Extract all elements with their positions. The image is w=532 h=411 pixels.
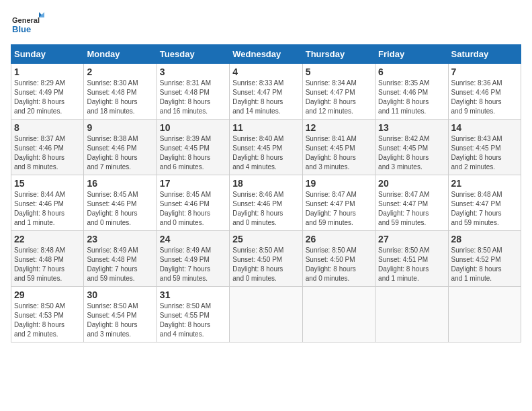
calendar-cell: 6Sunrise: 8:35 AMSunset: 4:46 PMDaylight… — [375, 64, 448, 120]
day-number: 9 — [87, 122, 153, 133]
day-info: Sunrise: 8:49 AMSunset: 4:49 PMDaylight:… — [160, 246, 226, 283]
day-info: Sunrise: 8:50 AMSunset: 4:55 PMDaylight:… — [160, 302, 226, 339]
calendar-week-1: 1Sunrise: 8:29 AMSunset: 4:49 PMDaylight… — [11, 64, 521, 120]
day-number: 31 — [160, 289, 226, 300]
day-number: 15 — [14, 178, 81, 189]
calendar-cell: 29Sunrise: 8:50 AMSunset: 4:53 PMDayligh… — [11, 287, 84, 342]
day-info: Sunrise: 8:29 AMSunset: 4:49 PMDaylight:… — [14, 79, 81, 116]
day-number: 23 — [87, 234, 153, 244]
day-number: 26 — [306, 234, 372, 244]
weekday-header-saturday: Saturday — [448, 45, 521, 64]
weekday-header-row: SundayMondayTuesdayWednesdayThursdayFrid… — [11, 45, 521, 64]
calendar-cell: 16Sunrise: 8:45 AMSunset: 4:46 PMDayligh… — [84, 175, 157, 231]
day-info: Sunrise: 8:45 AMSunset: 4:46 PMDaylight:… — [87, 190, 153, 228]
calendar-week-3: 15Sunrise: 8:44 AMSunset: 4:46 PMDayligh… — [11, 175, 521, 231]
day-info: Sunrise: 8:41 AMSunset: 4:45 PMDaylight:… — [306, 134, 372, 172]
day-number: 7 — [451, 66, 518, 77]
day-info: Sunrise: 8:35 AMSunset: 4:46 PMDaylight:… — [378, 79, 445, 116]
calendar-cell: 27Sunrise: 8:50 AMSunset: 4:51 PMDayligh… — [375, 231, 448, 287]
day-number: 5 — [306, 66, 372, 77]
day-info: Sunrise: 8:49 AMSunset: 4:48 PMDaylight:… — [87, 246, 153, 283]
calendar-week-4: 22Sunrise: 8:48 AMSunset: 4:48 PMDayligh… — [11, 231, 521, 287]
weekday-header-wednesday: Wednesday — [230, 45, 302, 64]
day-info: Sunrise: 8:50 AMSunset: 4:50 PMDaylight:… — [306, 246, 372, 283]
day-number: 19 — [306, 178, 372, 189]
calendar-cell: 22Sunrise: 8:48 AMSunset: 4:48 PMDayligh… — [11, 231, 84, 287]
calendar-cell — [230, 287, 302, 342]
calendar-cell: 4Sunrise: 8:33 AMSunset: 4:47 PMDaylight… — [230, 64, 302, 120]
day-number: 11 — [232, 122, 299, 133]
calendar-cell: 9Sunrise: 8:38 AMSunset: 4:46 PMDaylight… — [84, 120, 157, 175]
weekday-header-sunday: Sunday — [11, 45, 84, 64]
day-info: Sunrise: 8:44 AMSunset: 4:46 PMDaylight:… — [14, 190, 81, 228]
day-info: Sunrise: 8:43 AMSunset: 4:45 PMDaylight:… — [451, 134, 518, 172]
day-number: 25 — [232, 234, 299, 244]
calendar-cell: 30Sunrise: 8:50 AMSunset: 4:54 PMDayligh… — [84, 287, 157, 342]
calendar-cell: 19Sunrise: 8:47 AMSunset: 4:47 PMDayligh… — [302, 175, 375, 231]
day-number: 10 — [160, 122, 226, 133]
calendar-cell: 14Sunrise: 8:43 AMSunset: 4:45 PMDayligh… — [448, 120, 521, 175]
weekday-header-friday: Friday — [375, 45, 448, 64]
day-number: 3 — [160, 66, 226, 77]
day-info: Sunrise: 8:40 AMSunset: 4:45 PMDaylight:… — [232, 134, 299, 172]
day-info: Sunrise: 8:50 AMSunset: 4:50 PMDaylight:… — [232, 246, 299, 283]
day-number: 22 — [14, 234, 81, 244]
calendar-cell: 13Sunrise: 8:42 AMSunset: 4:45 PMDayligh… — [375, 120, 448, 175]
calendar-cell: 23Sunrise: 8:49 AMSunset: 4:48 PMDayligh… — [84, 231, 157, 287]
logo-container: General Blue — [11, 11, 44, 38]
day-info: Sunrise: 8:39 AMSunset: 4:45 PMDaylight:… — [160, 134, 226, 172]
svg-text:General: General — [12, 16, 40, 24]
calendar-cell: 7Sunrise: 8:36 AMSunset: 4:46 PMDaylight… — [448, 64, 521, 120]
calendar-week-2: 8Sunrise: 8:37 AMSunset: 4:46 PMDaylight… — [11, 120, 521, 175]
day-info: Sunrise: 8:34 AMSunset: 4:47 PMDaylight:… — [306, 79, 372, 116]
day-number: 29 — [14, 289, 81, 300]
day-number: 30 — [87, 289, 153, 300]
calendar-cell: 25Sunrise: 8:50 AMSunset: 4:50 PMDayligh… — [230, 231, 302, 287]
day-info: Sunrise: 8:47 AMSunset: 4:47 PMDaylight:… — [306, 190, 372, 228]
day-info: Sunrise: 8:50 AMSunset: 4:52 PMDaylight:… — [451, 246, 518, 283]
calendar-cell: 21Sunrise: 8:48 AMSunset: 4:47 PMDayligh… — [448, 175, 521, 231]
day-info: Sunrise: 8:30 AMSunset: 4:48 PMDaylight:… — [87, 79, 153, 116]
calendar-week-5: 29Sunrise: 8:50 AMSunset: 4:53 PMDayligh… — [11, 287, 521, 342]
calendar-cell: 8Sunrise: 8:37 AMSunset: 4:46 PMDaylight… — [11, 120, 84, 175]
day-number: 14 — [451, 122, 518, 133]
day-info: Sunrise: 8:48 AMSunset: 4:47 PMDaylight:… — [451, 190, 518, 228]
day-number: 8 — [14, 122, 81, 133]
weekday-header-thursday: Thursday — [302, 45, 375, 64]
day-info: Sunrise: 8:36 AMSunset: 4:46 PMDaylight:… — [451, 79, 518, 116]
day-number: 17 — [160, 178, 226, 189]
calendar-cell: 15Sunrise: 8:44 AMSunset: 4:46 PMDayligh… — [11, 175, 84, 231]
day-number: 28 — [451, 234, 518, 244]
page-header: General Blue — [11, 11, 521, 38]
day-info: Sunrise: 8:38 AMSunset: 4:46 PMDaylight:… — [87, 134, 153, 172]
weekday-header-monday: Monday — [84, 45, 157, 64]
day-info: Sunrise: 8:50 AMSunset: 4:54 PMDaylight:… — [87, 302, 153, 339]
calendar-cell: 31Sunrise: 8:50 AMSunset: 4:55 PMDayligh… — [157, 287, 229, 342]
calendar-cell: 10Sunrise: 8:39 AMSunset: 4:45 PMDayligh… — [157, 120, 229, 175]
calendar-cell: 24Sunrise: 8:49 AMSunset: 4:49 PMDayligh… — [157, 231, 229, 287]
day-number: 13 — [378, 122, 445, 133]
calendar-cell: 17Sunrise: 8:45 AMSunset: 4:46 PMDayligh… — [157, 175, 229, 231]
logo: General Blue — [11, 11, 44, 38]
day-number: 2 — [87, 66, 153, 77]
calendar-cell: 20Sunrise: 8:47 AMSunset: 4:47 PMDayligh… — [375, 175, 448, 231]
calendar-cell: 2Sunrise: 8:30 AMSunset: 4:48 PMDaylight… — [84, 64, 157, 120]
day-number: 12 — [306, 122, 372, 133]
svg-text:Blue: Blue — [12, 24, 31, 34]
day-info: Sunrise: 8:42 AMSunset: 4:45 PMDaylight:… — [378, 134, 445, 172]
day-info: Sunrise: 8:47 AMSunset: 4:47 PMDaylight:… — [378, 190, 445, 228]
day-info: Sunrise: 8:48 AMSunset: 4:48 PMDaylight:… — [14, 246, 81, 283]
day-info: Sunrise: 8:31 AMSunset: 4:48 PMDaylight:… — [160, 79, 226, 116]
calendar-cell: 26Sunrise: 8:50 AMSunset: 4:50 PMDayligh… — [302, 231, 375, 287]
calendar-cell: 1Sunrise: 8:29 AMSunset: 4:49 PMDaylight… — [11, 64, 84, 120]
logo-svg: General Blue — [11, 11, 44, 38]
day-number: 16 — [87, 178, 153, 189]
calendar-cell — [302, 287, 375, 342]
calendar-cell: 11Sunrise: 8:40 AMSunset: 4:45 PMDayligh… — [230, 120, 302, 175]
calendar-cell: 28Sunrise: 8:50 AMSunset: 4:52 PMDayligh… — [448, 231, 521, 287]
day-number: 4 — [232, 66, 299, 77]
day-number: 1 — [14, 66, 81, 77]
calendar-table: SundayMondayTuesdayWednesdayThursdayFrid… — [11, 44, 521, 342]
day-number: 18 — [232, 178, 299, 189]
calendar-cell: 18Sunrise: 8:46 AMSunset: 4:46 PMDayligh… — [230, 175, 302, 231]
